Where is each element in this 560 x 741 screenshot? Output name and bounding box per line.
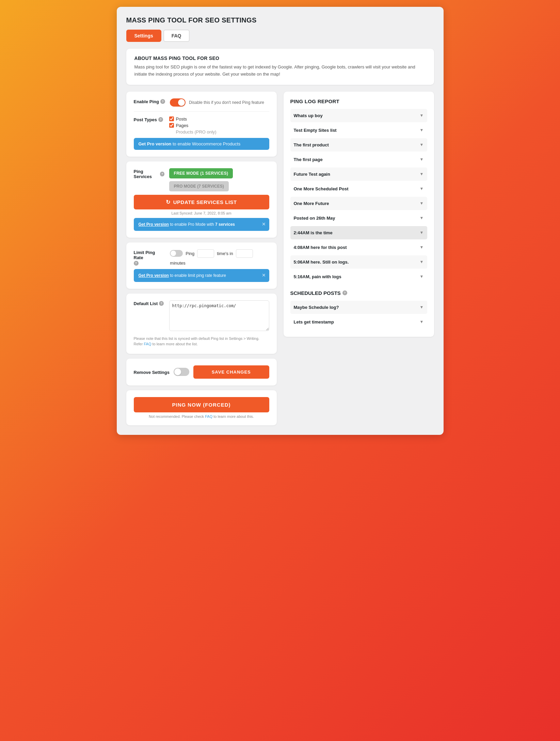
- log-item-text: 5:16AM, pain with logs: [294, 274, 341, 279]
- log-item[interactable]: 5:16AM, pain with logs▼: [290, 270, 427, 283]
- chevron-down-icon: ▼: [420, 128, 424, 132]
- log-item-text: One More Future: [294, 201, 329, 206]
- limit-info-close-icon[interactable]: ✕: [262, 272, 266, 279]
- post-types-label: Post Types ?: [134, 116, 164, 122]
- tab-faq[interactable]: FAQ: [163, 30, 190, 42]
- remove-settings-row: Remove Settings SAVE CHANGES: [134, 365, 269, 379]
- log-item[interactable]: One More Scheduled Post▼: [290, 182, 427, 195]
- remove-settings-card: Remove Settings SAVE CHANGES: [126, 359, 277, 385]
- scheduled-help-icon[interactable]: ?: [342, 290, 347, 295]
- default-list-note: Please note that this list is synced wit…: [134, 336, 269, 347]
- limit-ping-info-box: Get Pro version to enable limit ping rat…: [134, 269, 269, 282]
- enable-ping-help-icon[interactable]: ?: [160, 99, 165, 104]
- enable-ping-toggle-text: Disable this if you don't need Ping feat…: [189, 100, 264, 105]
- ping-services-card: Ping Services ? FREE MODE (1 SERVICES) P…: [126, 161, 277, 238]
- default-list-help-icon[interactable]: ?: [159, 301, 164, 306]
- ping-now-faq-link[interactable]: FAQ: [205, 414, 212, 419]
- posts-checkbox[interactable]: [169, 116, 174, 121]
- ping-log-title: PING LOG REPORT: [290, 98, 427, 104]
- checkbox-posts[interactable]: Posts: [169, 116, 217, 122]
- remove-settings-label: Remove Settings: [134, 369, 170, 375]
- ping-now-button[interactable]: PING NOW (FORCED): [134, 397, 269, 412]
- remove-settings-knob: [174, 368, 181, 375]
- limit-ping-toggle[interactable]: [170, 250, 183, 257]
- get-pro-link-limit[interactable]: Get Pro version: [139, 273, 169, 278]
- log-item[interactable]: Test Empty Sites list▼: [290, 124, 427, 137]
- ping-log-card: PING LOG REPORT Whats up boy▼Test Empty …: [284, 92, 434, 337]
- ping-services-info-box: Get Pro version to enable Pro Mode with …: [134, 218, 269, 231]
- scheduled-post-text: Lets get timestamp: [294, 319, 334, 325]
- log-item[interactable]: Whats up boy▼: [290, 109, 427, 122]
- pro-mode-button[interactable]: PRO MODE (7 SERVICES): [169, 181, 229, 191]
- log-item-text: One More Scheduled Post: [294, 186, 349, 191]
- log-item-text: 2:44AM is the time: [294, 230, 333, 235]
- limit-ping-rate-label: Limit Ping Rate ?: [134, 249, 165, 266]
- checkbox-pages[interactable]: Pages: [169, 123, 217, 128]
- main-layout: Enable Ping ? Disable this if you don't …: [126, 92, 434, 425]
- log-item-text: Posted on 26th May: [294, 216, 335, 221]
- divider-1: [134, 111, 269, 112]
- enable-ping-toggle-knob: [178, 99, 185, 106]
- log-item[interactable]: One More Future▼: [290, 197, 427, 210]
- default-list-faq-link[interactable]: FAQ: [144, 342, 151, 346]
- ping-times-input[interactable]: [197, 249, 214, 258]
- chevron-down-icon: ▼: [420, 216, 424, 220]
- last-synced-text: Last Synced: June 7, 2022, 8:05 am: [134, 211, 269, 215]
- page-wrapper: MASS PING TOOL FOR SEO SETTINGS Settings…: [117, 7, 444, 435]
- get-pro-link-services[interactable]: Get Pro version: [139, 222, 169, 227]
- chevron-down-icon: ▼: [420, 172, 424, 176]
- chevron-down-icon: ▼: [420, 201, 424, 206]
- save-changes-button[interactable]: SAVE CHANGES: [193, 365, 269, 379]
- limit-ping-rate-row: Limit Ping Rate ? Ping time's in minutes: [134, 249, 269, 266]
- about-desc: Mass ping tool for SEO plugin is one of …: [134, 64, 426, 78]
- log-item-text: The first product: [294, 142, 329, 147]
- log-item-text: The first page: [294, 157, 323, 162]
- ping-services-buttons: FREE MODE (1 SERVICES) PRO MODE (7 SERVI…: [169, 168, 269, 191]
- limit-ping-rate-card: Limit Ping Rate ? Ping time's in minutes: [126, 242, 277, 289]
- chevron-down-icon: ▼: [420, 245, 424, 250]
- chevron-down-icon: ▼: [420, 319, 424, 324]
- scheduled-posts-section: SCHEDULED POSTS ? Maybe Schedule log?▼Le…: [290, 290, 427, 329]
- enable-ping-toggle-wrap: Disable this if you don't need Ping feat…: [170, 98, 264, 107]
- pages-checkbox[interactable]: [169, 123, 174, 128]
- enable-ping-toggle[interactable]: [170, 98, 186, 107]
- ping-minutes-input[interactable]: [236, 249, 253, 258]
- log-item[interactable]: Posted on 26th May▼: [290, 211, 427, 225]
- free-mode-button[interactable]: FREE MODE (1 SERVICES): [169, 168, 233, 178]
- log-item[interactable]: 4:08AM here for this post▼: [290, 241, 427, 254]
- get-pro-link[interactable]: Get Pro version: [139, 141, 172, 146]
- post-types-help-icon[interactable]: ?: [158, 117, 163, 122]
- scheduled-posts-title: SCHEDULED POSTS ?: [290, 290, 427, 296]
- default-list-row: Default List ? http://rpc.pingomatic.com…: [134, 300, 269, 332]
- ping-services-help-icon[interactable]: ?: [160, 172, 164, 176]
- post-types-row: Post Types ? Posts Pages Products (PRO o…: [134, 116, 269, 135]
- left-col: Enable Ping ? Disable this if you don't …: [126, 92, 277, 425]
- get-pro-woocommerce-banner[interactable]: Get Pro version to enable Woocommerce Pr…: [134, 138, 269, 150]
- sync-icon: ↻: [166, 199, 171, 205]
- ping-now-note: Not recommended. Please check FAQ to lea…: [134, 414, 269, 419]
- times-in-text: time's in: [217, 251, 233, 256]
- tab-settings[interactable]: Settings: [126, 30, 161, 42]
- log-item[interactable]: Future Test again▼: [290, 168, 427, 181]
- remove-settings-toggle[interactable]: [174, 368, 189, 376]
- info-box-close-icon[interactable]: ✕: [262, 221, 266, 228]
- enable-ping-card: Enable Ping ? Disable this if you don't …: [126, 92, 277, 157]
- log-item[interactable]: 5:06AM here. Still on logs.▼: [290, 255, 427, 269]
- default-list-textarea[interactable]: http://rpc.pingomatic.com/: [169, 300, 269, 331]
- scheduled-post-item[interactable]: Lets get timestamp▼: [290, 315, 427, 329]
- scheduled-post-item[interactable]: Maybe Schedule log?▼: [290, 301, 427, 314]
- log-item-text: Whats up boy: [294, 113, 323, 118]
- log-item[interactable]: The first page▼: [290, 153, 427, 166]
- log-item-text: 5:06AM here. Still on logs.: [294, 259, 349, 265]
- default-list-textarea-wrap: http://rpc.pingomatic.com/: [169, 300, 269, 332]
- limit-ping-help-icon[interactable]: ?: [134, 261, 139, 266]
- post-types-checkboxes: Posts Pages Products (PRO only): [169, 116, 217, 135]
- chevron-down-icon: ▼: [420, 230, 424, 235]
- page-title: MASS PING TOOL FOR SEO SETTINGS: [126, 16, 434, 24]
- enable-ping-row: Enable Ping ? Disable this if you don't …: [134, 98, 269, 107]
- log-item[interactable]: 2:44AM is the time▼: [290, 226, 427, 239]
- limit-ping-rate-controls: Ping time's in minutes: [170, 249, 269, 266]
- about-card: ABOUT MASS PING TOOL FOR SEO Mass ping t…: [126, 49, 434, 85]
- update-services-button[interactable]: ↻ UPDATE SERVICES LIST: [134, 195, 269, 209]
- log-item[interactable]: The first product▼: [290, 138, 427, 152]
